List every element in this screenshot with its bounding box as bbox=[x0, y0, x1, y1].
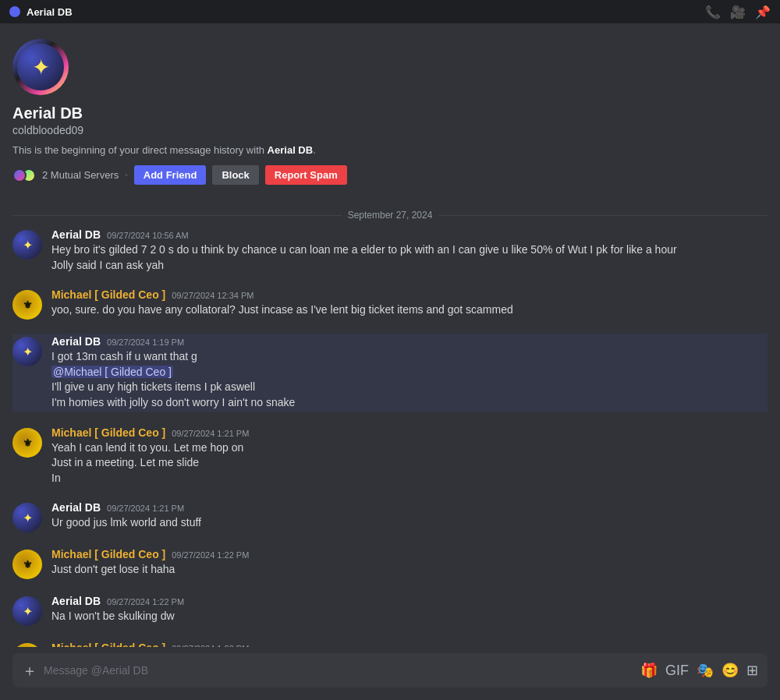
mutual-avatar-1 bbox=[12, 168, 27, 182]
message-group: ✦Aerial DB09/27/2024 1:21 PMUr good jus … bbox=[12, 500, 768, 534]
message-author: Michael [ Gilded Ceo ] bbox=[51, 426, 165, 439]
message-input[interactable] bbox=[44, 656, 634, 684]
messages-area[interactable]: ✦Aerial DB09/27/2024 10:56 AMHey bro it'… bbox=[0, 227, 780, 647]
message-author: Aerial DB bbox=[51, 335, 101, 348]
message-line: In bbox=[51, 471, 768, 486]
message-author: Michael [ Gilded Ceo ] bbox=[51, 642, 165, 647]
title-bar: Aerial DB 📞 🎥 📌 bbox=[0, 0, 780, 23]
message-line: I'm homies with jolly so don't worry I a… bbox=[51, 395, 768, 411]
message-line: Na I won't be skulking dw bbox=[51, 609, 768, 624]
message-line: Hey bro it's gilded 7 2 0 s do u think b… bbox=[51, 242, 768, 258]
message-group: ✦Aerial DB09/27/2024 1:22 PMNa I won't b… bbox=[12, 593, 768, 628]
message-line: Ur good jus lmk world and stuff bbox=[51, 515, 768, 531]
dm-history-text: This is the beginning of your direct mes… bbox=[12, 144, 768, 156]
input-wrapper: ＋ 🎁 GIF 🎭 😊 ⊞ bbox=[12, 653, 768, 688]
mutual-servers-label: 2 Mutual Servers bbox=[42, 169, 119, 181]
message-avatar: ⚜ bbox=[12, 428, 42, 458]
message-author: Michael [ Gilded Ceo ] bbox=[51, 288, 165, 301]
title-bar-right: 📞 🎥 📌 bbox=[705, 5, 771, 19]
message-line: Yeah I can lend it to you. Let me hop on bbox=[51, 440, 768, 456]
message-timestamp: 09/27/2024 10:56 AM bbox=[107, 231, 189, 240]
message-content: Michael [ Gilded Ceo ]09/27/2024 1:21 PM… bbox=[51, 426, 768, 486]
message-line: Jolly said I can ask yah bbox=[51, 258, 768, 274]
avatar-star-icon: ✦ bbox=[32, 55, 50, 80]
message-author: Aerial DB bbox=[51, 501, 101, 514]
video-icon[interactable]: 🎥 bbox=[730, 5, 746, 19]
profile-header: ✦ Aerial DB coldblooded09 This is the be… bbox=[0, 23, 780, 203]
message-author: Aerial DB bbox=[51, 595, 101, 607]
message-content: Michael [ Gilded Ceo ]09/27/2024 12:34 P… bbox=[51, 288, 768, 320]
message-content: Aerial DB09/27/2024 1:22 PMNa I won't be… bbox=[51, 595, 768, 626]
block-button[interactable]: Block bbox=[212, 165, 258, 185]
title-bar-title: Aerial DB bbox=[27, 6, 73, 18]
message-content: Michael [ Gilded Ceo ]09/27/2024 1:22 PM… bbox=[51, 548, 768, 579]
message-header: Aerial DB09/27/2024 1:22 PM bbox=[51, 595, 768, 607]
app-icon bbox=[9, 6, 20, 17]
message-timestamp: 09/27/2024 1:19 PM bbox=[107, 338, 184, 347]
phone-icon[interactable]: 📞 bbox=[705, 5, 721, 19]
message-group: ✦Aerial DB09/27/2024 10:56 AMHey bro it'… bbox=[12, 227, 768, 274]
message-header: Michael [ Gilded Ceo ]09/27/2024 1:21 PM bbox=[51, 426, 768, 439]
username: coldblooded09 bbox=[12, 124, 768, 136]
message-header: Michael [ Gilded Ceo ]09/27/2024 1:22 PM bbox=[51, 548, 768, 560]
message-content: Michael [ Gilded Ceo ]09/27/2024 1:23 PM… bbox=[51, 642, 768, 647]
message-header: Michael [ Gilded Ceo ]09/27/2024 1:23 PM bbox=[51, 642, 768, 647]
message-timestamp: 09/27/2024 1:22 PM bbox=[172, 550, 249, 560]
mutual-avatars bbox=[12, 168, 36, 182]
dot-separator: • bbox=[125, 171, 128, 179]
pin-icon[interactable]: 📌 bbox=[755, 5, 771, 19]
message-content: Aerial DB09/27/2024 1:21 PMUr good jus l… bbox=[51, 501, 768, 532]
message-avatar: ⚜ bbox=[12, 550, 42, 579]
emoji-icon[interactable]: 😊 bbox=[722, 662, 739, 679]
message-line: @Michael [ Gilded Ceo ] bbox=[51, 365, 768, 380]
main-content: ✦ Aerial DB coldblooded09 This is the be… bbox=[0, 23, 780, 700]
message-author: Aerial DB bbox=[51, 228, 101, 241]
message-header: Aerial DB09/27/2024 1:21 PM bbox=[51, 501, 768, 514]
message-timestamp: 09/27/2024 12:34 PM bbox=[172, 291, 254, 300]
date-line-left bbox=[12, 215, 342, 216]
avatar-large: ✦ bbox=[12, 39, 69, 95]
message-group: ⚜Michael [ Gilded Ceo ]09/27/2024 12:34 … bbox=[12, 287, 768, 321]
message-content: Aerial DB09/27/2024 10:56 AMHey bro it's… bbox=[51, 228, 768, 273]
message-header: Aerial DB09/27/2024 10:56 AM bbox=[51, 228, 768, 241]
display-name: Aerial DB bbox=[12, 104, 768, 122]
add-friend-button[interactable]: Add Friend bbox=[134, 165, 207, 185]
report-spam-button[interactable]: Report Spam bbox=[265, 165, 347, 185]
message-avatar: ✦ bbox=[12, 337, 42, 366]
message-timestamp: 09/27/2024 1:22 PM bbox=[107, 597, 184, 606]
message-avatar: ✦ bbox=[12, 596, 42, 626]
message-timestamp: 09/27/2024 1:21 PM bbox=[107, 504, 184, 513]
gift-icon[interactable]: 🎁 bbox=[640, 662, 658, 679]
mutual-row: 2 Mutual Servers • Add Friend Block Repo… bbox=[12, 165, 768, 185]
date-line-right bbox=[438, 215, 768, 216]
message-avatar: ✦ bbox=[12, 230, 42, 260]
mention-tag: @Michael [ Gilded Ceo ] bbox=[51, 366, 173, 378]
message-timestamp: 09/27/2024 1:21 PM bbox=[172, 429, 249, 438]
message-line: Just don't get lose it haha bbox=[51, 562, 768, 578]
avatar-inner: ✦ bbox=[17, 44, 64, 90]
sticker-icon[interactable]: 🎭 bbox=[697, 662, 714, 679]
message-line: Just in a meeting. Let me slide bbox=[51, 455, 768, 471]
gif-icon[interactable]: GIF bbox=[665, 663, 689, 679]
message-avatar: ⚜ bbox=[12, 290, 42, 320]
message-group: ✦Aerial DB09/27/2024 1:19 PMI got 13m ca… bbox=[12, 334, 768, 412]
message-header: Aerial DB09/27/2024 1:19 PM bbox=[51, 335, 768, 348]
input-area: ＋ 🎁 GIF 🎭 😊 ⊞ bbox=[0, 647, 780, 700]
add-attachment-button[interactable]: ＋ bbox=[22, 660, 37, 681]
message-group: ⚜Michael [ Gilded Ceo ]09/27/2024 1:22 P… bbox=[12, 546, 768, 581]
message-content: Aerial DB09/27/2024 1:19 PMI got 13m cas… bbox=[51, 335, 768, 410]
title-bar-left: Aerial DB bbox=[9, 6, 73, 18]
message-line: I'll give u any high tickets items I pk … bbox=[51, 380, 768, 395]
message-group: ⚜Michael [ Gilded Ceo ]09/27/2024 1:23 P… bbox=[12, 640, 768, 647]
input-icons: 🎁 GIF 🎭 😊 ⊞ bbox=[640, 662, 758, 679]
date-sep-text: September 27, 2024 bbox=[348, 210, 433, 221]
message-line: I got 13m cash if u want that g bbox=[51, 349, 768, 365]
message-author: Michael [ Gilded Ceo ] bbox=[51, 548, 165, 560]
message-line: yoo, sure. do you have any collatoral? J… bbox=[51, 302, 768, 318]
apps-icon[interactable]: ⊞ bbox=[746, 662, 758, 679]
message-group: ⚜Michael [ Gilded Ceo ]09/27/2024 1:21 P… bbox=[12, 425, 768, 488]
date-separator: September 27, 2024 bbox=[0, 203, 780, 227]
message-avatar: ✦ bbox=[12, 503, 42, 532]
message-header: Michael [ Gilded Ceo ]09/27/2024 12:34 P… bbox=[51, 288, 768, 301]
